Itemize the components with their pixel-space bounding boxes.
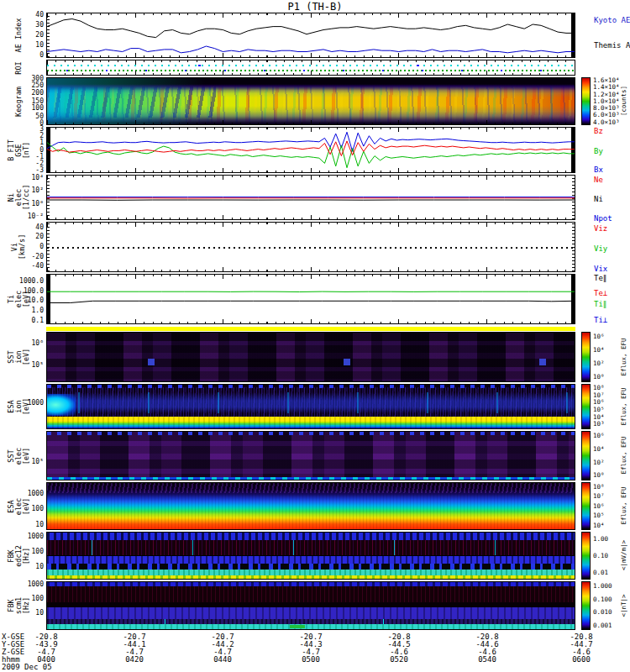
esa-elec-colorbar-labels: 10⁸ 10⁷ 10⁶ 10⁵ 10⁴ <box>593 484 620 528</box>
cb-label: 0.100 <box>593 596 620 603</box>
cb-label: 10⁴ <box>593 347 620 354</box>
y-tick: 1000 <box>6 491 44 497</box>
y-tick: 0.1 <box>6 318 44 324</box>
y-tick: 1000 <box>6 533 44 540</box>
cb-label: 10⁷ <box>593 392 620 399</box>
cb-label: 10⁶ <box>593 333 620 340</box>
y-tick: 250 <box>6 82 44 89</box>
ni-lines <box>47 176 575 219</box>
cb-label: 0.01 <box>593 570 620 576</box>
fbk-b-colorbar-labels: 1.000 0.100 0.010 0.001 <box>593 583 620 628</box>
fbk-b-band <box>47 624 575 629</box>
roi-upper-dots <box>47 65 575 66</box>
y-tick: 1 <box>6 139 44 146</box>
xaxis-value: 0540 <box>478 656 496 664</box>
cb-label: 10⁴ <box>593 522 620 529</box>
keogram-colorbar-labels: 1.6×10⁴ 1.4×10⁴ 1.2×10⁴ 1.0×10⁴ 8.0×10³ … <box>593 77 620 125</box>
ae-index-panel: AE Index 40 30 20 10 0 <box>46 13 575 58</box>
esa-ion-cyan-blob <box>47 394 76 416</box>
legend-bx: Bx <box>594 166 603 174</box>
legend-npot: Npot <box>594 215 612 223</box>
legend-te-par: Te∥ <box>594 275 606 282</box>
roi-lower-dots <box>47 70 575 71</box>
y-tick: 200 <box>6 90 44 97</box>
y-tick: 10² <box>6 187 44 194</box>
legend-viy: Viy <box>594 245 607 253</box>
sst-elec-colorbar-labels: 10⁶ 10⁴ 10² 10⁰ <box>593 433 620 479</box>
y-tick: 10⁵ <box>6 362 44 369</box>
fbk-b-band <box>47 607 575 618</box>
bfit-lines <box>47 128 575 172</box>
fbk-e-band <box>47 540 575 556</box>
esa-ion-top-dashes <box>47 385 575 388</box>
cb-label: 4.0×10³ <box>593 119 620 126</box>
y-tick: 10⁶ <box>6 340 44 347</box>
y-tick: 50 <box>6 113 44 120</box>
cb-label: 10⁵ <box>593 512 620 519</box>
legend-kyoto-ae: Kyoto AE <box>594 17 630 24</box>
legend-te-perp: Te⊥ <box>594 290 607 297</box>
cb-label: 10⁶ <box>593 433 620 439</box>
y-tick: 10 <box>6 42 44 49</box>
y-tick: 0 <box>6 244 44 250</box>
fbk-b-band <box>47 619 575 625</box>
page-title: P1 (TH-B) <box>0 1 630 13</box>
fbk-edc12-spectrogram: FBK edc12 [Hz] 1000 100 10 <box>46 532 575 580</box>
cb-label: 10³ <box>593 421 620 428</box>
cb-label: 0.001 <box>593 622 620 629</box>
cb-label: 1.00 <box>593 536 620 543</box>
cb-label: 0.10 <box>593 553 620 559</box>
esa-elec-speckle-layer <box>47 483 575 493</box>
cb-label: 10⁰ <box>593 374 620 381</box>
legend-bz: Bz <box>594 128 603 135</box>
cb-label: 10⁸ <box>593 484 620 491</box>
y-tick: 20 <box>6 32 44 39</box>
esa-ion-noise-layer <box>47 387 575 417</box>
keogram-streaks-layer <box>47 78 575 124</box>
y-tick: -20 <box>6 254 44 260</box>
y-tick: 10 <box>6 564 44 570</box>
y-tick: 20 <box>6 234 44 240</box>
xaxis-value: 0420 <box>125 656 144 664</box>
fbk-e-band <box>47 570 575 575</box>
fbk-e-band <box>47 575 575 579</box>
fbk-b-band <box>47 602 575 608</box>
ti-panel: Ti elec [eV] 1000.0 100.0 10.0 1.0 0.1 <box>46 274 575 324</box>
sst-ion-colorbar-labels: 10⁶ 10⁴ 10² 10⁰ <box>593 333 620 381</box>
fbk-e-band <box>47 533 575 540</box>
cb-label: 6.0×10³ <box>593 112 620 118</box>
y-tick: 1000.0 <box>6 278 44 285</box>
sst-elec-spectrogram: SST elec [eV] 10⁵ <box>46 431 575 480</box>
vi-panel: Vi [km/s] 40 20 0 -20 -40 <box>46 222 575 272</box>
cb-label: 10⁶ <box>593 503 620 510</box>
cb-label: 0.010 <box>593 609 620 616</box>
y-tick: 100 <box>6 506 44 512</box>
y-tick: 2 <box>6 133 44 139</box>
y-tick: 100 <box>6 596 44 602</box>
esa-elec-spectrogram: ESA elec [eV] 1000 100 10 <box>46 482 575 530</box>
sst-elec-colorbar <box>581 431 591 480</box>
keogram-fingers-layer <box>47 85 216 118</box>
esa-ion-low-energy-bands <box>47 417 575 428</box>
y-tick: 10 <box>6 522 44 528</box>
y-tick: 0 <box>6 52 44 59</box>
y-tick: 1000 <box>6 400 44 407</box>
legend-vix: Vix <box>594 265 607 273</box>
y-tick: 3 <box>6 126 44 133</box>
cb-label: 10² <box>593 459 620 466</box>
cb-label: 10² <box>593 360 620 367</box>
y-tick: 10 <box>6 610 44 617</box>
themis-summary-plot: P1 (TH-B) AE Index 40 30 20 10 0 Kyoto A… <box>0 0 630 672</box>
xaxis-value: 0600 <box>572 656 591 664</box>
y-tick: 1000 <box>6 581 44 588</box>
sst-elec-top-dashes <box>47 432 575 435</box>
sst-elec-colorbar-unit: Eflux, EFU <box>620 436 627 474</box>
cb-label: 10⁸ <box>593 385 620 391</box>
y-tick: 40 <box>6 224 44 231</box>
ti-lines <box>47 275 575 323</box>
sst-ion-spectrogram: SST ion [eV] 10⁶ 10⁵ <box>46 332 575 382</box>
esa-elec-colorbar <box>581 482 591 530</box>
xaxis-value: 0520 <box>390 656 408 664</box>
legend-ti-par: Ti∥ <box>594 301 606 308</box>
y-tick: 1.0 <box>6 307 44 314</box>
